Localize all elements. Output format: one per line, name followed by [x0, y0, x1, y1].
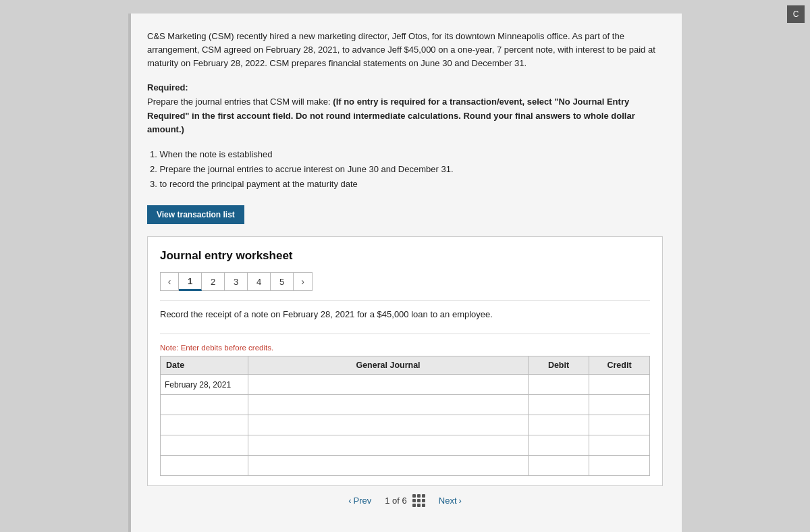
journal-input-2[interactable] [252, 399, 524, 411]
next-label: Next [439, 496, 457, 506]
credit-cell-2[interactable] [589, 395, 650, 415]
grid-icon [412, 494, 425, 507]
task-2: 2. Prepare the journal entries to accrue… [150, 162, 663, 177]
page-indicator: 1 of 6 [385, 494, 425, 507]
journal-input-3[interactable] [252, 419, 524, 431]
tab-row: ‹ 1 2 3 4 5 › [160, 272, 650, 291]
intro-text: C&S Marketing (CSM) recently hired a new… [147, 30, 663, 70]
date-cell-2 [161, 395, 248, 415]
tab-5[interactable]: 5 [271, 272, 294, 291]
next-button[interactable]: Next › [439, 496, 462, 506]
journal-cell-1[interactable] [248, 375, 529, 395]
col-header-journal: General Journal [248, 356, 529, 375]
debit-input-2[interactable] [533, 399, 585, 411]
credit-input-5[interactable] [593, 460, 645, 472]
debit-input-3[interactable] [533, 419, 585, 431]
debit-input-1[interactable] [533, 379, 585, 391]
journal-cell-2[interactable] [248, 395, 529, 415]
date-cell-4 [161, 435, 248, 456]
page-text: 1 of 6 [385, 496, 407, 506]
record-description: Record the receipt of a note on February… [160, 300, 650, 334]
tab-2[interactable]: 2 [202, 272, 225, 291]
credit-cell-5[interactable] [589, 456, 650, 476]
task-list: 1. When the note is established 2. Prepa… [147, 147, 663, 192]
debit-cell-4[interactable] [529, 435, 589, 456]
worksheet-title: Journal entry worksheet [160, 249, 650, 263]
tab-3[interactable]: 3 [225, 272, 248, 291]
tab-4[interactable]: 4 [248, 272, 271, 291]
credit-cell-1[interactable] [589, 375, 650, 395]
debit-input-5[interactable] [533, 460, 585, 472]
journal-input-5[interactable] [252, 460, 524, 472]
task-3: 3. to record the principal payment at th… [150, 177, 663, 192]
table-row [161, 435, 650, 456]
debit-cell-3[interactable] [529, 415, 589, 435]
table-row: February 28, 2021 [161, 375, 650, 395]
journal-cell-4[interactable] [248, 435, 529, 456]
view-transaction-button[interactable]: View transaction list [147, 205, 244, 224]
credit-cell-3[interactable] [589, 415, 650, 435]
table-row [161, 415, 650, 435]
credit-input-1[interactable] [593, 379, 645, 391]
tab-1[interactable]: 1 [179, 272, 202, 291]
worksheet-container: Journal entry worksheet ‹ 1 2 3 4 5 › Re… [147, 236, 663, 486]
credit-input-4[interactable] [593, 440, 645, 452]
table-row [161, 456, 650, 476]
journal-cell-5[interactable] [248, 456, 529, 476]
required-label: Required: [147, 82, 663, 92]
debit-cell-2[interactable] [529, 395, 589, 415]
table-row [161, 395, 650, 415]
journal-table: Date General Journal Debit Credit Februa… [160, 356, 650, 476]
col-header-credit: Credit [589, 356, 650, 375]
credit-cell-4[interactable] [589, 435, 650, 456]
credit-input-2[interactable] [593, 399, 645, 411]
debit-input-4[interactable] [533, 440, 585, 452]
required-body: Prepare the journal entries that CSM wil… [147, 95, 663, 136]
date-cell-5 [161, 456, 248, 476]
corner-button[interactable]: C [787, 5, 805, 23]
col-header-debit: Debit [529, 356, 589, 375]
col-header-date: Date [161, 356, 248, 375]
required-normal: Prepare the journal entries that CSM wil… [147, 97, 333, 107]
journal-input-4[interactable] [252, 440, 524, 452]
next-chevron-icon: › [459, 496, 462, 506]
date-cell-3 [161, 415, 248, 435]
bottom-nav: ‹ Prev 1 of 6 Next › [147, 494, 663, 507]
task-1: 1. When the note is established [150, 147, 663, 162]
date-cell-1: February 28, 2021 [161, 375, 248, 395]
tab-prev-arrow[interactable]: ‹ [160, 272, 179, 291]
debit-cell-5[interactable] [529, 456, 589, 476]
credit-input-3[interactable] [593, 419, 645, 431]
prev-label: Prev [354, 496, 372, 506]
prev-button[interactable]: ‹ Prev [348, 496, 371, 506]
debit-cell-1[interactable] [529, 375, 589, 395]
journal-input-1[interactable] [252, 379, 524, 391]
tab-next-arrow[interactable]: › [294, 272, 313, 291]
prev-chevron-icon: ‹ [348, 496, 351, 506]
note-hint: Note: Enter debits before credits. [160, 344, 650, 352]
journal-cell-3[interactable] [248, 415, 529, 435]
